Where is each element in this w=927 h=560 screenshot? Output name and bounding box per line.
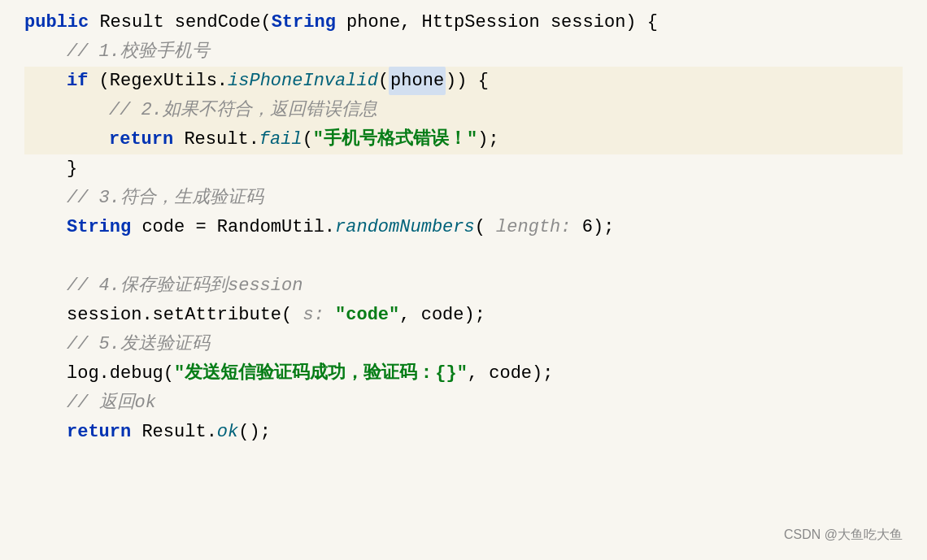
method-fail: fail (259, 125, 302, 154)
hint-s: s: (302, 301, 324, 329)
code-line-1: public Result sendCode(String phone, Htt… (24, 8, 903, 37)
code-line-14: // 返回ok (24, 389, 903, 418)
comment-3: // 3.符合，生成验证码 (67, 184, 263, 212)
string-log-msg: "发送短信验证码成功，验证码：{}" (174, 359, 468, 388)
code-line-4: // 2.如果不符合，返回错误信息 (24, 96, 903, 125)
string-code: "code" (335, 301, 399, 329)
watermark: CSDN @大鱼吃大鱼 (784, 524, 903, 545)
log-obj: log (67, 359, 99, 388)
param-phone: phone (389, 67, 446, 95)
keyword-return-1: return (109, 125, 173, 154)
code-line-2: // 1.校验手机号 (24, 37, 903, 67)
method-isphoneinvalid: isPhoneInvalid (228, 67, 378, 95)
keyword-if: if (67, 67, 88, 95)
comment-5: // 5.发送验证码 (67, 330, 210, 358)
comment-4: // 4.保存验证码到session (67, 271, 302, 300)
code-line-6: } (24, 154, 903, 184)
code-line-9 (24, 242, 903, 271)
code-container: public Result sendCode(String phone, Htt… (0, 0, 927, 560)
method-randomnumbers: randomNumbers (335, 213, 475, 241)
keyword-public: public (24, 8, 89, 37)
comment-1: // 1.校验手机号 (67, 37, 210, 66)
code-line-12: // 5.发送验证码 (24, 330, 903, 359)
code-line-5: return Result.fail("手机号格式错误！"); (24, 125, 903, 154)
keyword-string-2: String (67, 213, 131, 241)
keyword-return-2: return (67, 418, 131, 446)
code-line-7: // 3.符合，生成验证码 (24, 184, 903, 213)
method-ok: ok (217, 418, 238, 446)
code-line-15: return Result.ok(); (24, 418, 903, 447)
code-line-3: if (RegexUtils.isPhoneInvalid(phone)) { (24, 67, 903, 96)
keyword-string: String (272, 8, 336, 37)
code-line-8: String code = RandomUtil.randomNumbers( … (24, 213, 903, 242)
comment-2: // 2.如果不符合，返回错误信息 (109, 96, 377, 124)
code-line-13: log.debug("发送短信验证码成功，验证码：{}", code); (24, 359, 903, 389)
string-error-msg: "手机号格式错误！" (313, 125, 477, 154)
comment-6: // 返回ok (67, 389, 156, 417)
hint-length: length: (496, 213, 571, 241)
code-line-10: // 4.保存验证码到session (24, 271, 903, 301)
code-line-11: session.setAttribute( s: "code", code); (24, 301, 903, 330)
